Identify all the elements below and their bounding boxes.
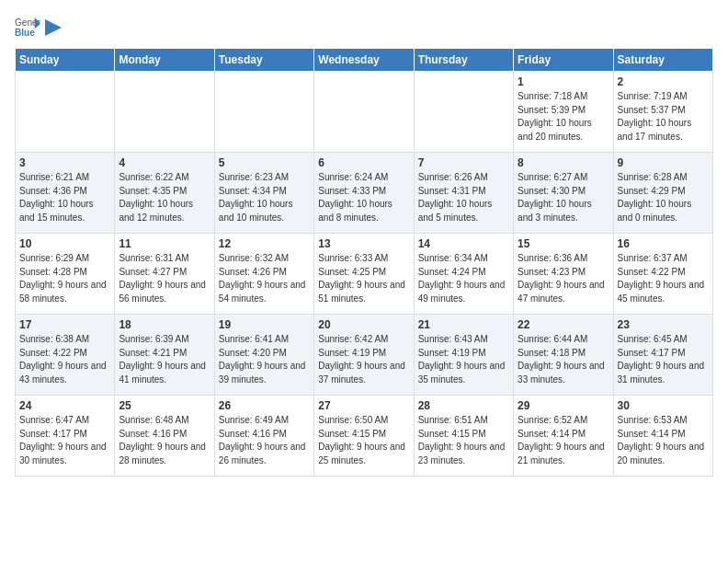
day-info: Sunrise: 6:36 AM Sunset: 4:23 PM Dayligh…	[518, 252, 609, 305]
day-info: Sunrise: 6:24 AM Sunset: 4:33 PM Dayligh…	[318, 171, 409, 224]
day-info: Sunrise: 6:26 AM Sunset: 4:31 PM Dayligh…	[418, 171, 509, 224]
day-info: Sunrise: 6:43 AM Sunset: 4:19 PM Dayligh…	[418, 333, 509, 386]
day-number: 24	[19, 399, 110, 412]
calendar-cell: 26Sunrise: 6:49 AM Sunset: 4:16 PM Dayli…	[214, 396, 313, 477]
day-info: Sunrise: 6:34 AM Sunset: 4:24 PM Dayligh…	[418, 252, 509, 305]
day-info: Sunrise: 6:47 AM Sunset: 4:17 PM Dayligh…	[19, 414, 110, 467]
calendar-cell	[115, 72, 214, 153]
weekday-header-friday: Friday	[514, 49, 613, 72]
calendar-cell: 21Sunrise: 6:43 AM Sunset: 4:19 PM Dayli…	[414, 315, 513, 396]
day-info: Sunrise: 7:19 AM Sunset: 5:37 PM Dayligh…	[618, 90, 709, 144]
logo: General Blue	[15, 15, 63, 40]
day-number: 11	[119, 237, 210, 250]
day-number: 17	[19, 318, 110, 331]
calendar-cell: 19Sunrise: 6:41 AM Sunset: 4:20 PM Dayli…	[214, 315, 313, 396]
day-info: Sunrise: 6:39 AM Sunset: 4:21 PM Dayligh…	[119, 333, 210, 386]
calendar-cell: 13Sunrise: 6:33 AM Sunset: 4:25 PM Dayli…	[314, 234, 414, 315]
day-number: 29	[518, 399, 609, 412]
calendar-cell: 30Sunrise: 6:53 AM Sunset: 4:14 PM Dayli…	[613, 396, 712, 477]
weekday-header-saturday: Saturday	[613, 49, 712, 72]
weekday-header-sunday: Sunday	[16, 49, 115, 72]
calendar-week-row: 24Sunrise: 6:47 AM Sunset: 4:17 PM Dayli…	[16, 396, 713, 477]
day-number: 18	[119, 318, 210, 331]
day-number: 3	[19, 156, 110, 169]
day-info: Sunrise: 6:21 AM Sunset: 4:36 PM Dayligh…	[19, 171, 110, 224]
day-number: 14	[418, 237, 509, 250]
day-number: 15	[518, 237, 609, 250]
calendar-cell: 4Sunrise: 6:22 AM Sunset: 4:35 PM Daylig…	[115, 153, 214, 234]
day-info: Sunrise: 6:42 AM Sunset: 4:19 PM Dayligh…	[318, 333, 409, 386]
day-number: 13	[318, 237, 409, 250]
calendar-cell: 25Sunrise: 6:48 AM Sunset: 4:16 PM Dayli…	[115, 396, 214, 477]
calendar-week-row: 10Sunrise: 6:29 AM Sunset: 4:28 PM Dayli…	[16, 234, 713, 315]
day-number: 21	[418, 318, 509, 331]
day-number: 25	[119, 399, 210, 412]
day-info: Sunrise: 6:49 AM Sunset: 4:16 PM Dayligh…	[219, 414, 310, 467]
header: General Blue	[15, 15, 713, 40]
day-number: 19	[219, 318, 310, 331]
calendar-cell: 1Sunrise: 7:18 AM Sunset: 5:39 PM Daylig…	[514, 72, 613, 153]
calendar-body: 1Sunrise: 7:18 AM Sunset: 5:39 PM Daylig…	[16, 72, 713, 477]
calendar-cell: 14Sunrise: 6:34 AM Sunset: 4:24 PM Dayli…	[414, 234, 513, 315]
svg-marker-2	[45, 19, 62, 36]
day-number: 16	[618, 237, 709, 250]
calendar-cell: 28Sunrise: 6:51 AM Sunset: 4:15 PM Dayli…	[414, 396, 513, 477]
day-info: Sunrise: 6:31 AM Sunset: 4:27 PM Dayligh…	[119, 252, 210, 305]
day-number: 26	[219, 399, 310, 412]
day-number: 27	[318, 399, 409, 412]
day-info: Sunrise: 6:50 AM Sunset: 4:15 PM Dayligh…	[318, 414, 409, 467]
calendar-cell: 5Sunrise: 6:23 AM Sunset: 4:34 PM Daylig…	[214, 153, 313, 234]
calendar-cell: 11Sunrise: 6:31 AM Sunset: 4:27 PM Dayli…	[115, 234, 214, 315]
logo-icon: General Blue	[15, 15, 40, 40]
day-info: Sunrise: 6:27 AM Sunset: 4:30 PM Dayligh…	[518, 171, 609, 224]
day-number: 10	[19, 237, 110, 250]
calendar-week-row: 17Sunrise: 6:38 AM Sunset: 4:22 PM Dayli…	[16, 315, 713, 396]
weekday-header-wednesday: Wednesday	[314, 49, 414, 72]
calendar-cell: 6Sunrise: 6:24 AM Sunset: 4:33 PM Daylig…	[314, 153, 414, 234]
day-info: Sunrise: 6:23 AM Sunset: 4:34 PM Dayligh…	[219, 171, 310, 224]
calendar-week-row: 3Sunrise: 6:21 AM Sunset: 4:36 PM Daylig…	[16, 153, 713, 234]
weekday-header-thursday: Thursday	[414, 49, 513, 72]
day-info: Sunrise: 6:37 AM Sunset: 4:22 PM Dayligh…	[618, 252, 709, 305]
calendar-cell: 15Sunrise: 6:36 AM Sunset: 4:23 PM Dayli…	[514, 234, 613, 315]
day-info: Sunrise: 6:53 AM Sunset: 4:14 PM Dayligh…	[618, 414, 709, 467]
calendar-cell: 2Sunrise: 7:19 AM Sunset: 5:37 PM Daylig…	[613, 72, 712, 153]
calendar-cell: 29Sunrise: 6:52 AM Sunset: 4:14 PM Dayli…	[514, 396, 613, 477]
calendar-cell: 10Sunrise: 6:29 AM Sunset: 4:28 PM Dayli…	[16, 234, 115, 315]
day-number: 12	[219, 237, 310, 250]
calendar-cell: 16Sunrise: 6:37 AM Sunset: 4:22 PM Dayli…	[613, 234, 712, 315]
day-number: 28	[418, 399, 509, 412]
day-info: Sunrise: 6:33 AM Sunset: 4:25 PM Dayligh…	[318, 252, 409, 305]
calendar-cell: 7Sunrise: 6:26 AM Sunset: 4:31 PM Daylig…	[414, 153, 513, 234]
day-number: 8	[518, 156, 609, 169]
day-info: Sunrise: 6:32 AM Sunset: 4:26 PM Dayligh…	[219, 252, 310, 305]
day-info: Sunrise: 6:28 AM Sunset: 4:29 PM Dayligh…	[618, 171, 709, 224]
calendar-cell	[414, 72, 513, 153]
day-number: 23	[618, 318, 709, 331]
day-number: 30	[618, 399, 709, 412]
day-number: 4	[119, 156, 210, 169]
day-info: Sunrise: 6:38 AM Sunset: 4:22 PM Dayligh…	[19, 333, 110, 386]
calendar-cell: 22Sunrise: 6:44 AM Sunset: 4:18 PM Dayli…	[514, 315, 613, 396]
logo-arrow-icon	[45, 19, 62, 36]
calendar-cell: 12Sunrise: 6:32 AM Sunset: 4:26 PM Dayli…	[214, 234, 313, 315]
calendar-header-row: SundayMondayTuesdayWednesdayThursdayFrid…	[16, 49, 713, 72]
calendar-week-row: 1Sunrise: 7:18 AM Sunset: 5:39 PM Daylig…	[16, 72, 713, 153]
calendar-cell: 23Sunrise: 6:45 AM Sunset: 4:17 PM Dayli…	[613, 315, 712, 396]
day-info: Sunrise: 6:22 AM Sunset: 4:35 PM Dayligh…	[119, 171, 210, 224]
calendar-cell: 8Sunrise: 6:27 AM Sunset: 4:30 PM Daylig…	[514, 153, 613, 234]
day-number: 9	[618, 156, 709, 169]
calendar-cell	[314, 72, 414, 153]
day-number: 6	[318, 156, 409, 169]
day-info: Sunrise: 6:48 AM Sunset: 4:16 PM Dayligh…	[119, 414, 210, 467]
day-info: Sunrise: 7:18 AM Sunset: 5:39 PM Dayligh…	[518, 90, 609, 144]
day-number: 22	[518, 318, 609, 331]
day-number: 7	[418, 156, 509, 169]
day-info: Sunrise: 6:52 AM Sunset: 4:14 PM Dayligh…	[518, 414, 609, 467]
svg-text:Blue: Blue	[15, 28, 35, 38]
day-info: Sunrise: 6:44 AM Sunset: 4:18 PM Dayligh…	[518, 333, 609, 386]
day-info: Sunrise: 6:41 AM Sunset: 4:20 PM Dayligh…	[219, 333, 310, 386]
calendar-cell: 17Sunrise: 6:38 AM Sunset: 4:22 PM Dayli…	[16, 315, 115, 396]
day-info: Sunrise: 6:51 AM Sunset: 4:15 PM Dayligh…	[418, 414, 509, 467]
calendar-cell	[16, 72, 115, 153]
